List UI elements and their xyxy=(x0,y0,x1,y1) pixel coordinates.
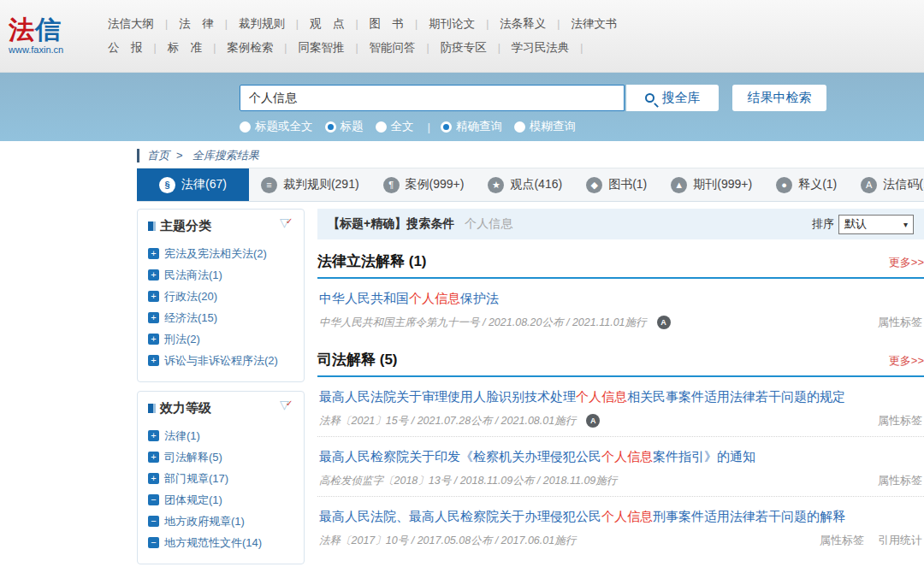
search-input[interactable] xyxy=(240,85,625,111)
search-band: 搜全库 结果中检索 标题或全文 标题 全文 | 精确查询 模糊查询 xyxy=(0,73,924,141)
toggle-icon[interactable]: + xyxy=(148,269,159,281)
toggle-icon[interactable]: − xyxy=(148,516,159,527)
nav-item-smart-qa[interactable]: 智能问答 xyxy=(344,41,415,54)
title-text: 中华人民共和国 xyxy=(319,291,409,305)
nav-item-legal-documents[interactable]: 法律文书 xyxy=(546,17,617,30)
radio-icon[interactable] xyxy=(376,121,387,133)
nav-item-adjudication-rules[interactable]: 裁判规则 xyxy=(214,17,285,30)
radio-fuzzy-query[interactable]: 模糊查询 xyxy=(514,119,576,134)
attribute-tags-link[interactable]: 属性标签 xyxy=(820,533,864,548)
tab-journals[interactable]: ▲ 期刊(999+) xyxy=(659,168,764,201)
tab-interpretation[interactable]: ● 释义(1) xyxy=(764,168,849,201)
result-meta: 中华人民共和国主席令第九十一号 / 2021.08.20公布 / 2021.11… xyxy=(319,316,647,330)
radio-title[interactable]: 标题 xyxy=(325,119,364,134)
toggle-icon[interactable]: + xyxy=(148,291,159,302)
toggle-icon[interactable]: + xyxy=(148,312,159,323)
sidebar-item-economic[interactable]: + 经济法(15) xyxy=(148,307,295,328)
sidebar-item-department-rules[interactable]: + 部门规章(17) xyxy=(148,468,295,489)
sidebar-item-criminal[interactable]: + 刑法(2) xyxy=(148,328,295,350)
sidebar-item-laws[interactable]: + 法律(1) xyxy=(148,425,295,446)
section-legislative-interpretation: 法律立法解释 (1) 更多>> 中华人民共和国个人信息保护法 中华人民共和国主席… xyxy=(317,251,924,338)
nav-item-epidemic-zone[interactable]: 防疫专区 xyxy=(416,41,487,54)
tab-cases[interactable]: ¶ 案例(999+) xyxy=(371,168,477,201)
nav-item-case-search[interactable]: 案例检索 xyxy=(202,41,273,54)
radio-exact-query[interactable]: 精确查询 xyxy=(441,119,502,134)
top-header: 法信 www.faxin.cn 法信大纲法 律裁判规则观 点图 书期刊论文法条释… xyxy=(0,0,924,73)
nav-item-viewpoints[interactable]: 观 点 xyxy=(285,17,345,30)
viewpoint-icon: ★ xyxy=(488,177,504,193)
result-meta: 法释〔2017〕10号 / 2017.05.08公布 / 2017.06.01施… xyxy=(319,534,576,548)
more-link[interactable]: 更多>> xyxy=(889,255,924,270)
filter-icon[interactable]: ▽ ✓ xyxy=(280,398,295,411)
radio-fulltext[interactable]: 全文 xyxy=(376,119,414,134)
nav-item-law[interactable]: 法 律 xyxy=(154,17,214,30)
citation-stats-link[interactable]: 引用统计 xyxy=(878,533,922,548)
radio-icon-selected[interactable] xyxy=(325,121,336,133)
nav-item-standards[interactable]: 标 准 xyxy=(143,41,203,54)
result-title-link[interactable]: 最高人民法院关于审理使用人脸识别技术处理个人信息相关民事案件适用法律若干问题的规… xyxy=(319,388,922,405)
attribute-tags-link[interactable]: 属性标签 xyxy=(878,413,922,428)
tab-label: 案例(999+) xyxy=(406,177,465,192)
tab-label: 法信码(196) xyxy=(883,177,924,192)
breadcrumb-home[interactable]: 首页 xyxy=(147,149,169,162)
radio-icon-selected[interactable] xyxy=(441,121,452,133)
result-title-link[interactable]: 最高人民检察院关于印发《检察机关办理侵犯公民个人信息案件指引》的通知 xyxy=(319,448,922,465)
toggle-icon[interactable]: − xyxy=(148,494,159,505)
sidebar-item-constitution[interactable]: + 宪法及宪法相关法(2) xyxy=(148,243,295,264)
filter-icon[interactable]: ▽ ✓ xyxy=(280,216,295,229)
sidebar-item-label: 地方规范性文件(14) xyxy=(164,532,262,553)
tab-viewpoints[interactable]: ★ 观点(416) xyxy=(476,168,574,201)
sidebar-item-judicial-interpretation[interactable]: + 司法解释(5) xyxy=(148,446,295,468)
faxin-code-icon[interactable]: A xyxy=(657,316,671,329)
toggle-icon[interactable]: + xyxy=(148,430,159,441)
tab-faxin-code[interactable]: A 法信码(196) xyxy=(849,168,924,201)
toggle-icon[interactable]: + xyxy=(148,473,159,484)
rules-icon: ≡ xyxy=(261,177,277,193)
sort-select[interactable]: 默认 ▾ xyxy=(838,215,914,234)
toggle-icon[interactable]: + xyxy=(148,452,159,463)
radio-icon[interactable] xyxy=(240,121,251,133)
search-all-button[interactable]: 搜全库 xyxy=(626,85,719,111)
tab-books[interactable]: ◆ 图书(1) xyxy=(574,168,659,201)
condition-query: 个人信息 xyxy=(465,216,512,232)
sidebar-item-local-normative-docs[interactable]: − 地方规范性文件(14) xyxy=(148,532,295,553)
nav-item-similar-case[interactable]: 同案智推 xyxy=(273,41,344,54)
toggle-icon[interactable]: + xyxy=(148,334,159,345)
nav-item-gazette[interactable]: 公 报 xyxy=(108,41,143,54)
result-title-link[interactable]: 中华人民共和国个人信息保护法 xyxy=(319,290,922,307)
faxin-logo[interactable]: 法信 www.faxin.cn xyxy=(9,17,84,55)
nav-item-books[interactable]: 图 书 xyxy=(344,17,404,30)
sidebar-item-administrative[interactable]: + 行政法(20) xyxy=(148,286,295,307)
toggle-icon[interactable]: − xyxy=(148,537,159,548)
tab-adjudication-rules[interactable]: ≡ 裁判规则(291) xyxy=(249,168,371,201)
attribute-tags-link[interactable]: 属性标签 xyxy=(878,315,922,330)
nav-item-journal-articles[interactable]: 期刊论文 xyxy=(404,17,475,30)
nav-item-article-interpretation[interactable]: 法条释义 xyxy=(475,17,546,30)
options-separator: | xyxy=(428,121,431,133)
toggle-icon[interactable]: + xyxy=(148,248,159,259)
attribute-tags-link[interactable]: 属性标签 xyxy=(878,473,922,488)
nav-row-1: 法信大纲法 律裁判规则观 点图 书期刊论文法条释义法律文书 xyxy=(108,12,617,36)
search-options: 标题或全文 标题 全文 | 精确查询 模糊查询 xyxy=(240,119,924,134)
nav-item-faxin-outline[interactable]: 法信大纲 xyxy=(108,17,154,30)
tab-law[interactable]: § 法律(67) xyxy=(137,168,249,201)
sidebar-item-group-regulations[interactable]: − 团体规定(1) xyxy=(148,489,295,511)
result-title-link[interactable]: 最高人民法院、最高人民检察院关于办理侵犯公民个人信息刑事案件适用法律若干问题的解… xyxy=(319,508,922,525)
sidebar-item-local-gov-rules[interactable]: − 地方政府规章(1) xyxy=(148,511,295,532)
title-text: 最高人民检察院关于印发《检察机关办理侵犯公民 xyxy=(319,449,601,464)
sidebar-item-procedure[interactable]: + 诉讼与非诉讼程序法(2) xyxy=(148,350,295,371)
toggle-icon[interactable]: + xyxy=(148,355,159,366)
sidebar-item-label: 行政法(20) xyxy=(164,286,217,307)
search-in-results-button[interactable]: 结果中检索 xyxy=(732,85,826,111)
title-highlight: 个人信息 xyxy=(601,449,653,464)
interpretation-icon: ● xyxy=(776,177,792,193)
sidebar-item-civil-commercial[interactable]: + 民法商法(1) xyxy=(148,264,295,286)
radio-icon[interactable] xyxy=(514,121,525,133)
filter-sidebar: 主题分类 ▽ ✓ + 宪法及宪法相关法(2) + 民法商法(1) xyxy=(137,209,305,567)
journal-icon: ▲ xyxy=(671,177,687,193)
nav-item-civil-code[interactable]: 学习民法典 xyxy=(487,41,570,54)
gavel-icon: ¶ xyxy=(383,177,400,193)
more-link[interactable]: 更多>> xyxy=(889,353,924,369)
radio-title-or-fulltext[interactable]: 标题或全文 xyxy=(240,119,313,134)
faxin-code-icon[interactable]: A xyxy=(586,414,600,428)
